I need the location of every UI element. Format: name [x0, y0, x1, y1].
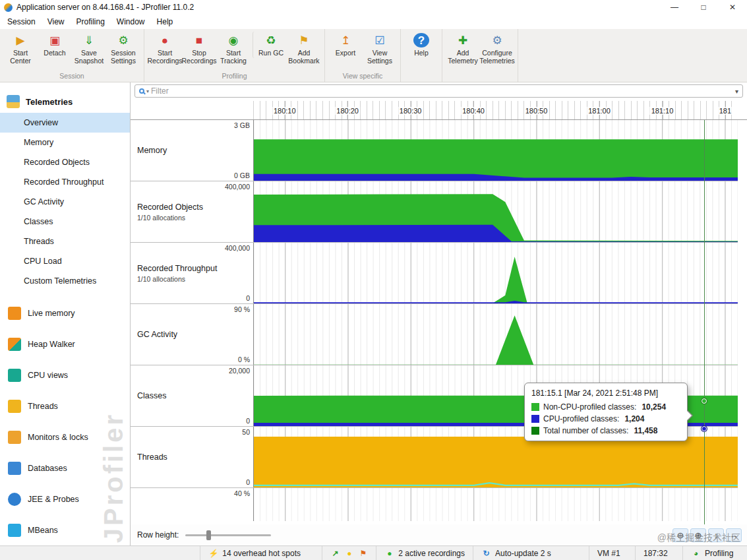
- sidebar-item-memory[interactable]: Memory: [0, 133, 130, 152]
- telemetry-row-recorded-objects: Recorded Objects1/10 allocations400,000: [131, 181, 738, 243]
- sidebar-item-classes[interactable]: Classes: [0, 212, 130, 232]
- status-label: Profiling: [705, 549, 733, 558]
- filter-field[interactable]: ▾ ▾: [134, 84, 743, 98]
- add-telemetry-button[interactable]: ✚Add Telemetry: [446, 32, 480, 66]
- sidebar-item-recorded-throughput[interactable]: Recorded Throughput: [0, 172, 130, 192]
- timeline-label: 181: [718, 107, 732, 115]
- toolbar-group-misc: ✚Add Telemetry⚙Configure Telemetries: [442, 29, 518, 82]
- timeline-label: 181:10: [650, 107, 675, 115]
- help-icon: ?: [413, 33, 429, 47]
- maximize-button[interactable]: □: [689, 0, 718, 15]
- start-tracking-button[interactable]: ◉Start Tracking: [216, 32, 251, 66]
- start-center-button[interactable]: ▶Start Center: [3, 32, 38, 66]
- jee-probes-icon: [8, 493, 21, 506]
- content-area: TelemetriesOverviewMemoryRecorded Object…: [0, 82, 747, 545]
- chart-recorded-objects[interactable]: [253, 181, 738, 242]
- menu-help[interactable]: Help: [151, 16, 179, 28]
- menu-window[interactable]: Window: [111, 16, 151, 28]
- zoom-in-button[interactable]: ⊕: [690, 528, 706, 542]
- add-bookmark-button[interactable]: ⚑Add Bookmark: [287, 32, 321, 66]
- sidebar-section-monitors-locks[interactable]: Monitors & locks: [0, 421, 130, 452]
- fit-vertical-button[interactable]: ↕: [708, 528, 724, 542]
- row-sublabel: 1/10 allocations: [137, 214, 253, 222]
- zoom-in-icon: ⊕: [695, 530, 702, 540]
- status-quick-actions[interactable]: ↗●⚑: [322, 546, 376, 560]
- telemetry-row-recorded-throughput: Recorded Throughput1/10 allocations400,0…: [131, 243, 738, 304]
- status-overhead-hotspots[interactable]: ⚡14 overhead hot spots: [200, 546, 322, 560]
- sidebar-item-overview[interactable]: Overview: [0, 113, 130, 133]
- row-height-slider[interactable]: [185, 534, 271, 536]
- chart-recorded-throughput[interactable]: [253, 243, 738, 303]
- sidebar-section-jee-probes[interactable]: JEE & Probes: [0, 483, 130, 514]
- status-active-recordings[interactable]: ●2 active recordings: [376, 546, 473, 560]
- sidebar-section-cpu-views[interactable]: CPU views: [0, 359, 130, 390]
- status-label: 2 active recordings: [398, 549, 465, 558]
- help-button[interactable]: ?Help: [404, 32, 438, 58]
- tooltip-title: 181:15.1 [Mar 24, 2021 2:51:48 PM]: [531, 389, 680, 398]
- zoom-out-button[interactable]: ⊖: [672, 528, 688, 542]
- status-profiling-state[interactable]: ◕Profiling: [682, 546, 747, 560]
- detach-button[interactable]: ▣Detach: [38, 32, 72, 58]
- sidebar-section-heap-walker[interactable]: Heap Walker: [0, 328, 130, 359]
- toolbar-button-label: View Settings: [363, 49, 396, 65]
- timeline-label: 180:40: [461, 107, 486, 115]
- chart-memory[interactable]: [253, 120, 738, 181]
- sidebar-section-databases[interactable]: Databases: [0, 452, 130, 483]
- menu-view[interactable]: View: [42, 16, 71, 28]
- sidebar-item-threads[interactable]: Threads: [0, 232, 130, 251]
- timeline-ticks: 180:10180:20180:30180:40180:50181:00181:…: [253, 101, 738, 119]
- sidebar-sections: Live memoryHeap WalkerCPU viewsThreadsMo…: [0, 297, 130, 545]
- slider-handle[interactable]: [206, 530, 211, 540]
- row-title: Threads: [137, 452, 253, 462]
- status-label: Auto-update 2 s: [495, 549, 551, 558]
- sidebar-section-live-memory[interactable]: Live memory: [0, 297, 130, 328]
- chart-gc-activity[interactable]: [253, 304, 738, 365]
- sidebar-item-cpu-load[interactable]: CPU Load: [0, 251, 130, 271]
- sidebar-section-label: CPU views: [28, 371, 68, 380]
- menu-profiling[interactable]: Profiling: [71, 16, 111, 28]
- sidebar-item-gc-activity[interactable]: GC Activity: [0, 192, 130, 212]
- stop-recordings-button[interactable]: ■Stop Recordings: [182, 32, 216, 66]
- toolbar-button-label: Start Center: [4, 49, 37, 65]
- filter-input[interactable]: [151, 86, 732, 96]
- sidebar-section-telemetries[interactable]: Telemetries: [0, 90, 130, 113]
- status-auto-update[interactable]: ↻Auto-update 2 s: [473, 546, 589, 560]
- session-settings-button[interactable]: ⚙Session Settings: [106, 32, 140, 66]
- telemetry-row-memory: Memory3 GB0 GB: [131, 120, 738, 181]
- legend-value: 1,204: [624, 414, 644, 423]
- cpu-views-icon: [8, 369, 21, 382]
- legend-value: 11,458: [634, 426, 657, 435]
- tooltip-legend-row: Non-CPU-profiled classes:10,254: [531, 402, 680, 412]
- menu-session[interactable]: Session: [1, 16, 42, 28]
- toolbar: ▶Start Center▣Detach⇓Save Snapshot⚙Sessi…: [0, 29, 747, 82]
- live-memory-icon: [8, 307, 21, 320]
- chart-cpu-load-partial[interactable]: [253, 488, 738, 521]
- tooltip-legend-row: CPU-profiled classes:1,204: [531, 414, 680, 423]
- export-button[interactable]: ↥Export: [328, 32, 363, 58]
- sidebar-section-threads[interactable]: Threads: [0, 390, 130, 421]
- y-axis-min-label: 0 GB: [234, 171, 250, 179]
- flag-icon: ⚑: [358, 548, 368, 558]
- sidebar-list: TelemetriesOverviewMemoryRecorded Object…: [0, 90, 130, 545]
- close-button[interactable]: ✕: [718, 0, 747, 15]
- refresh-icon: ↻: [481, 548, 491, 558]
- sidebar-item-recorded-objects[interactable]: Recorded Objects: [0, 152, 130, 172]
- sidebar-item-custom-telemetries[interactable]: Custom Telemetries: [0, 271, 130, 291]
- fit-horizontal-button[interactable]: ↔: [726, 528, 742, 542]
- start-recordings-button[interactable]: ●Start Recordings: [148, 32, 182, 66]
- adjust-icon: ↗: [330, 548, 340, 558]
- sidebar-section-mbeans[interactable]: MBeans: [0, 514, 130, 545]
- window-title: Application server on 8.44.168.41 - JPro…: [16, 3, 194, 12]
- run-gc-button[interactable]: ♻Run GC: [253, 32, 287, 58]
- minimize-button[interactable]: —: [660, 0, 689, 15]
- add-bookmark-icon: ⚑: [296, 33, 312, 47]
- filter-combo-arrow[interactable]: ▾: [734, 88, 740, 95]
- sidebar-section-label: Databases: [28, 464, 67, 473]
- toolbar-group-label: Profiling: [144, 71, 324, 82]
- sidebar-section-label: JEE & Probes: [28, 495, 79, 504]
- view-settings-button[interactable]: ☑View Settings: [363, 32, 397, 66]
- status-bar: ⚡14 overhead hot spots↗●⚑●2 active recor…: [0, 545, 747, 560]
- row-title: Memory: [137, 146, 253, 155]
- configure-telemetries-button[interactable]: ⚙Configure Telemetries: [480, 32, 514, 66]
- save-snapshot-button[interactable]: ⇓Save Snapshot: [72, 32, 106, 66]
